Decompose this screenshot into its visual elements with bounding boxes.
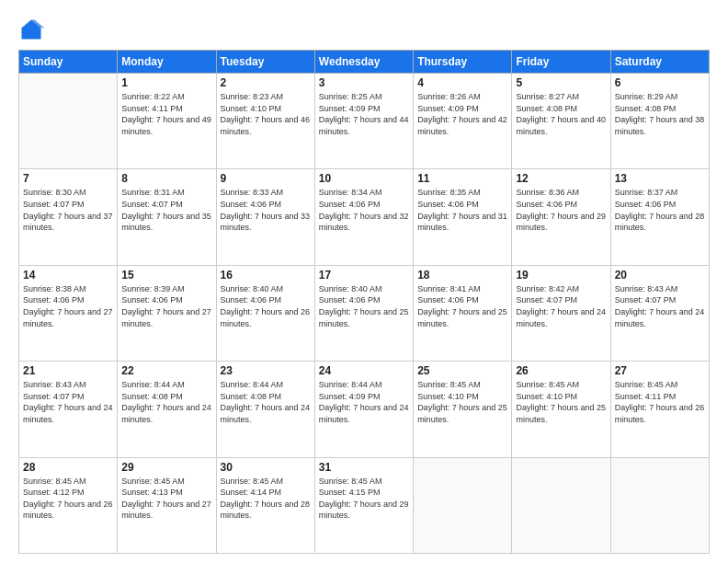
- day-number: 20: [615, 269, 705, 282]
- calendar-cell: 19 Sunrise: 8:42 AM Sunset: 4:07 PM Dayl…: [512, 265, 610, 361]
- day-number: 4: [417, 76, 507, 89]
- calendar-cell: 25 Sunrise: 8:45 AM Sunset: 4:10 PM Dayl…: [414, 362, 512, 457]
- day-number: 24: [319, 364, 409, 377]
- calendar-cell: 3 Sunrise: 8:25 AM Sunset: 4:09 PM Dayli…: [314, 74, 413, 169]
- day-number: 13: [615, 172, 705, 185]
- weekday-header-cell: Sunday: [19, 51, 118, 74]
- calendar-cell: 21 Sunrise: 8:43 AM Sunset: 4:07 PM Dayl…: [19, 362, 118, 457]
- day-info: Sunrise: 8:36 AM Sunset: 4:06 PM Dayligh…: [516, 187, 606, 233]
- calendar-cell: [610, 457, 709, 553]
- day-info: Sunrise: 8:44 AM Sunset: 4:08 PM Dayligh…: [221, 379, 311, 425]
- day-info: Sunrise: 8:29 AM Sunset: 4:08 PM Dayligh…: [615, 91, 705, 137]
- calendar-cell: 9 Sunrise: 8:33 AM Sunset: 4:06 PM Dayli…: [216, 169, 314, 265]
- day-number: 28: [23, 461, 113, 474]
- day-info: Sunrise: 8:23 AM Sunset: 4:10 PM Dayligh…: [221, 91, 311, 137]
- day-number: 2: [221, 76, 311, 89]
- day-info: Sunrise: 8:33 AM Sunset: 4:06 PM Dayligh…: [221, 187, 311, 233]
- calendar-table: SundayMondayTuesdayWednesdayThursdayFrid…: [18, 50, 710, 554]
- calendar-cell: 6 Sunrise: 8:29 AM Sunset: 4:08 PM Dayli…: [610, 74, 709, 169]
- calendar-cell: 18 Sunrise: 8:41 AM Sunset: 4:06 PM Dayl…: [414, 265, 512, 361]
- day-number: 26: [516, 364, 606, 377]
- day-info: Sunrise: 8:44 AM Sunset: 4:09 PM Dayligh…: [319, 379, 409, 425]
- calendar-cell: 7 Sunrise: 8:30 AM Sunset: 4:07 PM Dayli…: [19, 169, 118, 265]
- svg-marker-0: [22, 20, 41, 40]
- day-number: 6: [615, 76, 705, 89]
- calendar-cell: 28 Sunrise: 8:45 AM Sunset: 4:12 PM Dayl…: [19, 457, 118, 553]
- calendar-cell: [414, 457, 512, 553]
- calendar-cell: 1 Sunrise: 8:22 AM Sunset: 4:11 PM Dayli…: [118, 74, 216, 169]
- day-info: Sunrise: 8:26 AM Sunset: 4:09 PM Dayligh…: [417, 91, 507, 137]
- calendar-week-row: 14 Sunrise: 8:38 AM Sunset: 4:06 PM Dayl…: [19, 265, 710, 361]
- calendar-cell: 31 Sunrise: 8:45 AM Sunset: 4:15 PM Dayl…: [314, 457, 413, 553]
- day-number: 31: [319, 461, 409, 474]
- day-info: Sunrise: 8:25 AM Sunset: 4:09 PM Dayligh…: [319, 91, 409, 137]
- day-info: Sunrise: 8:27 AM Sunset: 4:08 PM Dayligh…: [516, 91, 606, 137]
- calendar-body: 1 Sunrise: 8:22 AM Sunset: 4:11 PM Dayli…: [19, 74, 710, 554]
- weekday-header-cell: Thursday: [414, 51, 512, 74]
- day-number: 19: [516, 269, 606, 282]
- day-info: Sunrise: 8:37 AM Sunset: 4:06 PM Dayligh…: [615, 187, 705, 233]
- calendar-cell: 15 Sunrise: 8:39 AM Sunset: 4:06 PM Dayl…: [118, 265, 216, 361]
- day-info: Sunrise: 8:44 AM Sunset: 4:08 PM Dayligh…: [121, 379, 211, 425]
- day-number: 25: [417, 364, 507, 377]
- header: [18, 17, 710, 42]
- day-info: Sunrise: 8:30 AM Sunset: 4:07 PM Dayligh…: [23, 187, 113, 233]
- day-number: 1: [121, 76, 211, 89]
- weekday-header-cell: Monday: [118, 51, 216, 74]
- calendar-cell: 26 Sunrise: 8:45 AM Sunset: 4:10 PM Dayl…: [512, 362, 610, 457]
- calendar-cell: 24 Sunrise: 8:44 AM Sunset: 4:09 PM Dayl…: [314, 362, 413, 457]
- day-info: Sunrise: 8:43 AM Sunset: 4:07 PM Dayligh…: [615, 283, 705, 329]
- day-info: Sunrise: 8:42 AM Sunset: 4:07 PM Dayligh…: [516, 283, 606, 329]
- day-info: Sunrise: 8:39 AM Sunset: 4:06 PM Dayligh…: [121, 283, 211, 329]
- calendar-cell: 5 Sunrise: 8:27 AM Sunset: 4:08 PM Dayli…: [512, 74, 610, 169]
- calendar-cell: 20 Sunrise: 8:43 AM Sunset: 4:07 PM Dayl…: [610, 265, 709, 361]
- day-number: 12: [516, 172, 606, 185]
- day-number: 23: [221, 364, 311, 377]
- calendar-cell: 11 Sunrise: 8:35 AM Sunset: 4:06 PM Dayl…: [414, 169, 512, 265]
- calendar-week-row: 7 Sunrise: 8:30 AM Sunset: 4:07 PM Dayli…: [19, 169, 710, 265]
- calendar-cell: 4 Sunrise: 8:26 AM Sunset: 4:09 PM Dayli…: [414, 74, 512, 169]
- calendar-cell: 16 Sunrise: 8:40 AM Sunset: 4:06 PM Dayl…: [216, 265, 314, 361]
- calendar-cell: [512, 457, 610, 553]
- calendar-cell: 13 Sunrise: 8:37 AM Sunset: 4:06 PM Dayl…: [610, 169, 709, 265]
- calendar-week-row: 28 Sunrise: 8:45 AM Sunset: 4:12 PM Dayl…: [19, 457, 710, 553]
- weekday-header-cell: Wednesday: [314, 51, 413, 74]
- page: SundayMondayTuesdayWednesdayThursdayFrid…: [0, 0, 728, 563]
- calendar-cell: 22 Sunrise: 8:44 AM Sunset: 4:08 PM Dayl…: [118, 362, 216, 457]
- day-number: 27: [615, 364, 705, 377]
- day-info: Sunrise: 8:45 AM Sunset: 4:11 PM Dayligh…: [615, 379, 705, 425]
- day-info: Sunrise: 8:22 AM Sunset: 4:11 PM Dayligh…: [121, 91, 211, 137]
- weekday-header-cell: Friday: [512, 51, 610, 74]
- calendar-week-row: 1 Sunrise: 8:22 AM Sunset: 4:11 PM Dayli…: [19, 74, 710, 169]
- day-info: Sunrise: 8:45 AM Sunset: 4:10 PM Dayligh…: [516, 379, 606, 425]
- day-info: Sunrise: 8:38 AM Sunset: 4:06 PM Dayligh…: [23, 283, 113, 329]
- calendar-week-row: 21 Sunrise: 8:43 AM Sunset: 4:07 PM Dayl…: [19, 362, 710, 457]
- day-number: 22: [121, 364, 211, 377]
- calendar-cell: 14 Sunrise: 8:38 AM Sunset: 4:06 PM Dayl…: [19, 265, 118, 361]
- logo-icon: [18, 17, 44, 42]
- day-info: Sunrise: 8:45 AM Sunset: 4:13 PM Dayligh…: [121, 476, 211, 522]
- day-number: 18: [417, 269, 507, 282]
- calendar-cell: [19, 74, 118, 169]
- day-number: 17: [319, 269, 409, 282]
- day-number: 30: [221, 461, 311, 474]
- day-number: 10: [319, 172, 409, 185]
- day-number: 9: [221, 172, 311, 185]
- day-number: 8: [121, 172, 211, 185]
- calendar-cell: 12 Sunrise: 8:36 AM Sunset: 4:06 PM Dayl…: [512, 169, 610, 265]
- day-number: 21: [23, 364, 113, 377]
- weekday-header-row: SundayMondayTuesdayWednesdayThursdayFrid…: [19, 51, 710, 74]
- day-info: Sunrise: 8:31 AM Sunset: 4:07 PM Dayligh…: [121, 187, 211, 233]
- day-number: 16: [221, 269, 311, 282]
- day-number: 5: [516, 76, 606, 89]
- weekday-header-cell: Saturday: [610, 51, 709, 74]
- calendar-cell: 29 Sunrise: 8:45 AM Sunset: 4:13 PM Dayl…: [118, 457, 216, 553]
- calendar-cell: 27 Sunrise: 8:45 AM Sunset: 4:11 PM Dayl…: [610, 362, 709, 457]
- calendar-cell: 8 Sunrise: 8:31 AM Sunset: 4:07 PM Dayli…: [118, 169, 216, 265]
- day-number: 11: [417, 172, 507, 185]
- logo: [18, 17, 48, 42]
- day-number: 15: [121, 269, 211, 282]
- day-info: Sunrise: 8:45 AM Sunset: 4:12 PM Dayligh…: [23, 476, 113, 522]
- day-number: 3: [319, 76, 409, 89]
- day-info: Sunrise: 8:41 AM Sunset: 4:06 PM Dayligh…: [417, 283, 507, 329]
